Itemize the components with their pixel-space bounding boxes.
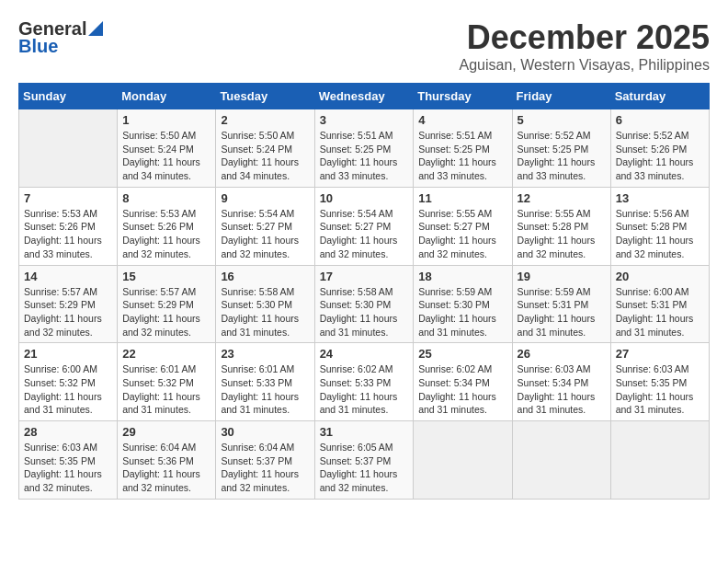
calendar-cell: 8Sunrise: 5:53 AM Sunset: 5:26 PM Daylig… (118, 187, 216, 265)
calendar-header: SundayMondayTuesdayWednesdayThursdayFrid… (19, 84, 710, 109)
calendar-cell: 12Sunrise: 5:55 AM Sunset: 5:28 PM Dayli… (512, 187, 610, 265)
calendar-cell: 16Sunrise: 5:58 AM Sunset: 5:30 PM Dayli… (216, 265, 314, 343)
cell-info: Sunrise: 6:03 AM Sunset: 5:35 PM Dayligh… (616, 362, 704, 417)
cell-info: Sunrise: 6:03 AM Sunset: 5:34 PM Dayligh… (518, 362, 606, 417)
calendar-cell (512, 421, 610, 500)
cell-info: Sunrise: 6:04 AM Sunset: 5:36 PM Dayligh… (122, 441, 210, 495)
cell-info: Sunrise: 5:53 AM Sunset: 5:26 PM Dayligh… (24, 207, 112, 261)
day-number: 22 (122, 347, 210, 361)
calendar-cell: 9Sunrise: 5:54 AM Sunset: 5:27 PM Daylig… (216, 187, 314, 265)
calendar-cell: 2Sunrise: 5:50 AM Sunset: 5:24 PM Daylig… (216, 109, 314, 188)
day-number: 3 (320, 113, 409, 127)
calendar-cell: 31Sunrise: 6:05 AM Sunset: 5:37 PM Dayli… (314, 421, 414, 500)
cell-info: Sunrise: 5:50 AM Sunset: 5:24 PM Dayligh… (122, 129, 210, 183)
day-number: 8 (122, 191, 210, 205)
day-number: 27 (616, 347, 704, 361)
day-number: 16 (221, 270, 309, 283)
cell-info: Sunrise: 5:57 AM Sunset: 5:29 PM Dayligh… (24, 285, 112, 339)
calendar-table: SundayMondayTuesdayWednesdayThursdayFrid… (18, 83, 710, 500)
cell-info: Sunrise: 5:55 AM Sunset: 5:28 PM Dayligh… (518, 207, 606, 261)
cell-info: Sunrise: 6:02 AM Sunset: 5:33 PM Dayligh… (320, 362, 409, 417)
day-number: 5 (518, 113, 606, 127)
calendar-cell: 21Sunrise: 6:00 AM Sunset: 5:32 PM Dayli… (19, 343, 118, 421)
logo: General Blue (18, 18, 103, 57)
calendar-cell: 11Sunrise: 5:55 AM Sunset: 5:27 PM Dayli… (414, 187, 512, 265)
day-number: 25 (418, 347, 506, 361)
cell-info: Sunrise: 5:54 AM Sunset: 5:27 PM Dayligh… (320, 207, 409, 261)
calendar-cell: 6Sunrise: 5:52 AM Sunset: 5:26 PM Daylig… (610, 109, 709, 188)
cell-info: Sunrise: 5:57 AM Sunset: 5:29 PM Dayligh… (122, 285, 210, 339)
calendar-cell: 23Sunrise: 6:01 AM Sunset: 5:33 PM Dayli… (216, 343, 314, 421)
day-number: 7 (24, 191, 112, 205)
calendar-cell: 20Sunrise: 6:00 AM Sunset: 5:31 PM Dayli… (610, 265, 709, 343)
cell-info: Sunrise: 5:51 AM Sunset: 5:25 PM Dayligh… (320, 129, 409, 183)
cell-info: Sunrise: 5:56 AM Sunset: 5:28 PM Dayligh… (616, 207, 704, 261)
cell-info: Sunrise: 6:05 AM Sunset: 5:37 PM Dayligh… (320, 441, 409, 495)
calendar-cell: 29Sunrise: 6:04 AM Sunset: 5:36 PM Dayli… (118, 421, 216, 500)
cell-info: Sunrise: 6:01 AM Sunset: 5:32 PM Dayligh… (122, 362, 210, 417)
cell-info: Sunrise: 5:52 AM Sunset: 5:25 PM Dayligh… (518, 129, 606, 183)
cell-info: Sunrise: 6:00 AM Sunset: 5:32 PM Dayligh… (24, 362, 112, 417)
calendar-cell: 15Sunrise: 5:57 AM Sunset: 5:29 PM Dayli… (118, 265, 216, 343)
day-number: 31 (320, 425, 409, 439)
calendar-cell: 5Sunrise: 5:52 AM Sunset: 5:25 PM Daylig… (512, 109, 610, 188)
calendar-cell: 14Sunrise: 5:57 AM Sunset: 5:29 PM Dayli… (19, 265, 118, 343)
calendar-cell: 25Sunrise: 6:02 AM Sunset: 5:34 PM Dayli… (414, 343, 512, 421)
day-number: 11 (418, 191, 506, 205)
day-number: 23 (221, 347, 309, 361)
day-number: 18 (418, 270, 506, 283)
calendar-cell: 7Sunrise: 5:53 AM Sunset: 5:26 PM Daylig… (19, 187, 118, 265)
calendar-week-row: 21Sunrise: 6:00 AM Sunset: 5:32 PM Dayli… (19, 343, 710, 421)
day-number: 17 (320, 270, 409, 283)
cell-info: Sunrise: 5:58 AM Sunset: 5:30 PM Dayligh… (221, 285, 309, 339)
calendar-day-header: Thursday (414, 84, 512, 109)
day-number: 19 (518, 270, 606, 283)
cell-info: Sunrise: 5:54 AM Sunset: 5:27 PM Dayligh… (221, 207, 309, 261)
calendar-cell: 18Sunrise: 5:59 AM Sunset: 5:30 PM Dayli… (414, 265, 512, 343)
calendar-week-row: 28Sunrise: 6:03 AM Sunset: 5:35 PM Dayli… (19, 421, 710, 500)
day-number: 21 (24, 347, 112, 361)
day-number: 6 (616, 113, 704, 127)
cell-info: Sunrise: 6:01 AM Sunset: 5:33 PM Dayligh… (221, 362, 309, 417)
calendar-day-header: Friday (512, 84, 610, 109)
calendar-cell: 19Sunrise: 5:59 AM Sunset: 5:31 PM Dayli… (512, 265, 610, 343)
calendar-cell: 4Sunrise: 5:51 AM Sunset: 5:25 PM Daylig… (414, 109, 512, 188)
day-number: 29 (122, 425, 210, 439)
logo-blue-text: Blue (18, 36, 58, 57)
logo-triangle-icon (88, 21, 103, 40)
calendar-day-header: Saturday (610, 84, 709, 109)
cell-info: Sunrise: 5:50 AM Sunset: 5:24 PM Dayligh… (221, 129, 309, 183)
cell-info: Sunrise: 5:51 AM Sunset: 5:25 PM Dayligh… (418, 129, 506, 183)
cell-info: Sunrise: 5:52 AM Sunset: 5:26 PM Dayligh… (616, 129, 704, 183)
calendar-day-header: Wednesday (314, 84, 414, 109)
month-year-title: December 2025 (460, 18, 710, 57)
calendar-day-header: Monday (118, 84, 216, 109)
calendar-cell: 28Sunrise: 6:03 AM Sunset: 5:35 PM Dayli… (19, 421, 118, 500)
calendar-cell: 24Sunrise: 6:02 AM Sunset: 5:33 PM Dayli… (314, 343, 414, 421)
day-number: 30 (221, 425, 309, 439)
day-number: 13 (616, 191, 704, 205)
day-number: 12 (518, 191, 606, 205)
cell-info: Sunrise: 5:55 AM Sunset: 5:27 PM Dayligh… (418, 207, 506, 261)
calendar-cell: 30Sunrise: 6:04 AM Sunset: 5:37 PM Dayli… (216, 421, 314, 500)
location-subtitle: Aguisan, Western Visayas, Philippines (460, 57, 710, 74)
calendar-cell: 1Sunrise: 5:50 AM Sunset: 5:24 PM Daylig… (118, 109, 216, 188)
calendar-cell (610, 421, 709, 500)
calendar-week-row: 14Sunrise: 5:57 AM Sunset: 5:29 PM Dayli… (19, 265, 710, 343)
page-header: General Blue December 2025 Aguisan, West… (18, 18, 710, 74)
calendar-cell: 3Sunrise: 5:51 AM Sunset: 5:25 PM Daylig… (314, 109, 414, 188)
calendar-cell: 10Sunrise: 5:54 AM Sunset: 5:27 PM Dayli… (314, 187, 414, 265)
calendar-week-row: 7Sunrise: 5:53 AM Sunset: 5:26 PM Daylig… (19, 187, 710, 265)
calendar-day-header: Tuesday (216, 84, 314, 109)
calendar-cell: 17Sunrise: 5:58 AM Sunset: 5:30 PM Dayli… (314, 265, 414, 343)
calendar-cell: 22Sunrise: 6:01 AM Sunset: 5:32 PM Dayli… (118, 343, 216, 421)
day-number: 24 (320, 347, 409, 361)
cell-info: Sunrise: 6:02 AM Sunset: 5:34 PM Dayligh… (418, 362, 506, 417)
calendar-cell (414, 421, 512, 500)
day-number: 1 (122, 113, 210, 127)
day-number: 4 (418, 113, 506, 127)
title-section: December 2025 Aguisan, Western Visayas, … (460, 18, 710, 74)
calendar-cell: 27Sunrise: 6:03 AM Sunset: 5:35 PM Dayli… (610, 343, 709, 421)
calendar-cell: 13Sunrise: 5:56 AM Sunset: 5:28 PM Dayli… (610, 187, 709, 265)
day-number: 10 (320, 191, 409, 205)
